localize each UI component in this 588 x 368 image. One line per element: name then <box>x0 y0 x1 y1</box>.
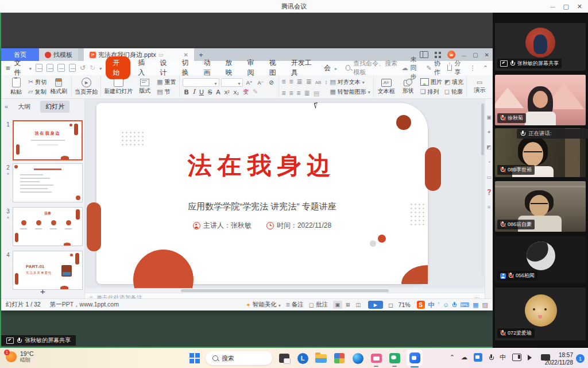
collaborate-button[interactable]: 协作 <box>427 59 440 76</box>
fit-slide-icon[interactable] <box>388 301 393 308</box>
tab-view[interactable]: 视图 <box>266 58 284 78</box>
ime-voice-icon[interactable] <box>452 302 457 308</box>
participant-tile[interactable]: 徐秋菊 <box>495 75 586 125</box>
minimize-icon[interactable] <box>550 0 555 13</box>
align-center-button[interactable] <box>289 87 293 98</box>
print-icon[interactable] <box>57 64 64 72</box>
tab-slides[interactable]: 幻灯片 <box>40 101 69 113</box>
redo-icon[interactable] <box>90 64 95 72</box>
ime-emoji-icon[interactable] <box>443 302 449 308</box>
align-right-button[interactable] <box>297 87 301 98</box>
comment-panel-icon[interactable]: ▭ <box>486 175 492 180</box>
paste-button[interactable]: 粘贴 <box>6 78 26 96</box>
wechat-button[interactable] <box>388 352 401 365</box>
present-tools-button[interactable]: 演示 <box>470 79 489 94</box>
taskbar-search[interactable]: 搜索 <box>206 351 272 365</box>
tray-cloud-icon[interactable] <box>461 354 467 361</box>
notification-badge[interactable]: 1 <box>576 354 585 363</box>
member-more-icon[interactable] <box>335 64 337 72</box>
tray-expand-icon[interactable] <box>450 354 455 361</box>
superscript-button[interactable] <box>223 89 231 95</box>
maximize-icon[interactable] <box>563 0 568 13</box>
edge-browser-button[interactable] <box>351 352 364 365</box>
menu-file[interactable]: 文件 <box>14 58 25 78</box>
vertical-scrollbar-thumb[interactable] <box>481 103 484 155</box>
tray-volume-icon[interactable] <box>528 355 535 361</box>
close-icon[interactable] <box>577 0 582 13</box>
slide-canvas[interactable]: 法在我身边 应用数学学院“学宪法 讲宪法” 专题讲座 主讲人：张秋敏 时间：20… <box>85 99 485 288</box>
tray-ime-indicator[interactable]: 中 <box>500 354 506 361</box>
chart-panel-icon[interactable]: ◔ <box>488 160 490 165</box>
ime-skin-icon[interactable] <box>473 302 478 308</box>
reset-button[interactable]: 重置 <box>157 78 176 86</box>
tab-insert[interactable]: 插入 <box>134 58 152 78</box>
shapes-button[interactable]: 形状 <box>399 79 418 95</box>
highlight-button[interactable] <box>251 88 260 95</box>
sogou-logo-icon[interactable] <box>417 301 425 309</box>
thumbnail-canvas[interactable]: 目录 <box>13 207 83 246</box>
more-panel-icon[interactable]: ≡ <box>488 205 490 210</box>
slide-title[interactable]: 法在我身边 <box>96 150 428 182</box>
reading-view-icon[interactable]: ◫ <box>354 301 363 309</box>
participant-tile[interactable]: 086翁自豪 <box>495 181 586 232</box>
strikethrough-button[interactable] <box>206 89 214 95</box>
justify-button[interactable] <box>304 87 310 98</box>
new-slide-button[interactable]: 新建幻灯片 <box>104 79 133 95</box>
add-slide-button[interactable] <box>1 286 84 296</box>
tab-design[interactable]: 设计 <box>156 58 174 78</box>
font-size-select[interactable] <box>221 78 243 87</box>
line-spacing-button[interactable] <box>324 76 327 86</box>
decrease-font-button[interactable] <box>256 79 265 86</box>
distribute-button[interactable] <box>314 87 319 98</box>
thumbnail-canvas[interactable]: PART-01 宪法及其重要性 <box>13 251 83 290</box>
play-from-page-button[interactable]: 当页开始 <box>75 78 98 96</box>
zoom-level[interactable]: 71% <box>399 301 411 308</box>
notes-button[interactable]: 备注 <box>286 301 304 309</box>
tab-outline[interactable]: 大纲 <box>13 101 36 113</box>
tray-meeting-icon[interactable] <box>474 353 482 362</box>
slideshow-play-button[interactable] <box>368 301 383 309</box>
bold-button[interactable] <box>183 89 191 95</box>
properties-panel-icon[interactable]: ▣ <box>486 115 492 120</box>
lenovo-app-button[interactable] <box>296 352 309 365</box>
print-preview-icon[interactable] <box>69 64 76 72</box>
start-button[interactable] <box>189 353 200 363</box>
slide-thumbnail-2[interactable]: 2 <box>3 163 83 202</box>
collapse-ribbon-icon[interactable] <box>483 64 488 72</box>
textbox-button[interactable]: 文本框 <box>377 79 396 95</box>
beautify-button[interactable]: 智能美化 <box>246 301 281 309</box>
font-name-select[interactable] <box>183 78 219 87</box>
participant-tile-share[interactable]: 张秋敏的屏幕共享 <box>495 23 586 71</box>
tray-mic-icon[interactable] <box>489 354 493 361</box>
ime-keyboard-icon[interactable] <box>460 302 469 308</box>
tab-slideshow[interactable]: 放映 <box>222 58 240 78</box>
tab-member[interactable]: 会 <box>320 63 331 73</box>
bilibili-app-button[interactable] <box>370 352 382 365</box>
ime-mode-icon[interactable]: 中 <box>428 302 435 308</box>
comments-button[interactable]: 批注 <box>309 301 328 309</box>
color-panel-icon[interactable]: ◩ <box>486 145 492 150</box>
slide-subtitle[interactable]: 应用数学学院“学宪法 讲宪法” 专题讲座 <box>96 201 428 212</box>
tab-animation[interactable]: 动画 <box>200 58 218 78</box>
redo-caret-icon[interactable] <box>99 64 102 72</box>
tray-display-icon[interactable] <box>512 354 521 361</box>
undo-icon[interactable] <box>80 64 86 72</box>
smart-graphic-button[interactable]: 转智能图形 <box>330 88 370 96</box>
task-view-button[interactable] <box>278 352 291 365</box>
tab-review[interactable]: 审阅 <box>244 58 262 78</box>
subscript-button[interactable] <box>232 89 241 95</box>
grid-view-icon[interactable]: ⊞ <box>343 301 353 309</box>
tab-transition[interactable]: 切换 <box>178 58 196 78</box>
collapse-panel-icon[interactable] <box>5 103 8 110</box>
share-button[interactable]: 分享 <box>447 59 463 76</box>
align-left-button[interactable] <box>282 87 286 98</box>
file-explorer-button[interactable] <box>315 352 327 365</box>
underline-button[interactable] <box>198 89 206 95</box>
font-color-button[interactable] <box>214 89 222 95</box>
hamburger-icon[interactable] <box>6 64 10 72</box>
horizontal-scrollbar[interactable] <box>85 288 485 293</box>
participant-tile[interactable]: 056柏闻 <box>495 236 586 283</box>
thumbnail-canvas[interactable] <box>13 163 83 202</box>
sync-status[interactable]: 未同步 <box>402 55 420 81</box>
format-painter-button[interactable]: 格式刷 <box>49 78 68 95</box>
